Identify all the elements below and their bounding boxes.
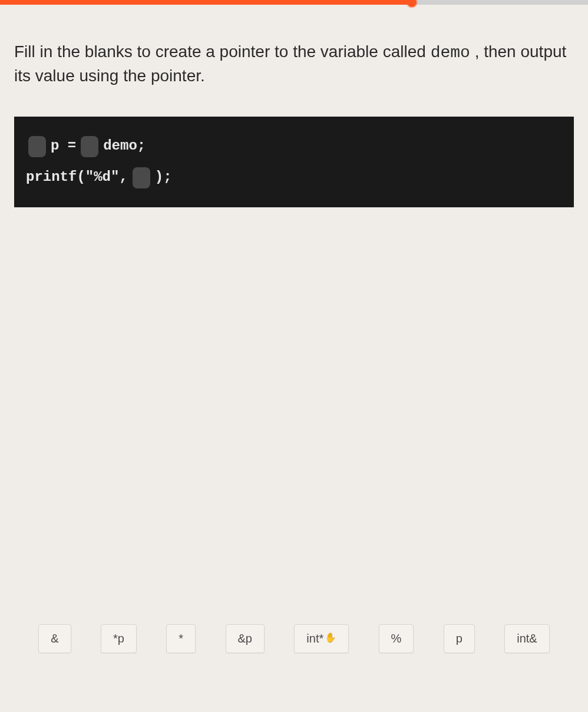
code-seg-2-2: ); [155, 162, 172, 193]
question-text: Fill in the blanks to create a pointer t… [14, 40, 574, 87]
option-star-p[interactable]: *p [101, 624, 137, 653]
code-seg-1-2: demo; [103, 131, 146, 162]
cursor-icon: ✋ [325, 632, 336, 643]
option-p[interactable]: p [444, 624, 475, 653]
option-amp-p[interactable]: &p [226, 624, 265, 653]
code-seg-1-1: p = [51, 131, 76, 162]
content-area: Fill in the blanks to create a pointer t… [0, 5, 588, 207]
option-percent[interactable]: % [379, 624, 414, 653]
option-int-star-label: int* [306, 632, 323, 645]
code-line-2: printf("%d", ); [26, 162, 562, 193]
question-part1: Fill in the blanks to create a pointer t… [14, 42, 431, 61]
options-bar: & *p * &p int*✋ % p int& [0, 624, 588, 653]
option-ampersand[interactable]: & [38, 624, 71, 653]
code-line-1: p = demo; [26, 131, 562, 162]
progress-bar[interactable] [0, 0, 588, 5]
option-star[interactable]: * [166, 624, 196, 653]
code-seg-2-1: printf("%d", [26, 162, 128, 193]
blank-slot-3[interactable] [133, 167, 150, 188]
code-block: p = demo; printf("%d", ); [14, 117, 574, 207]
blank-slot-2[interactable] [81, 136, 98, 157]
blank-slot-1[interactable] [28, 136, 46, 157]
option-int-star[interactable]: int*✋ [294, 624, 349, 653]
option-int-amp[interactable]: int& [504, 624, 549, 653]
progress-fill [0, 0, 412, 5]
question-code-word: demo [431, 44, 470, 62]
